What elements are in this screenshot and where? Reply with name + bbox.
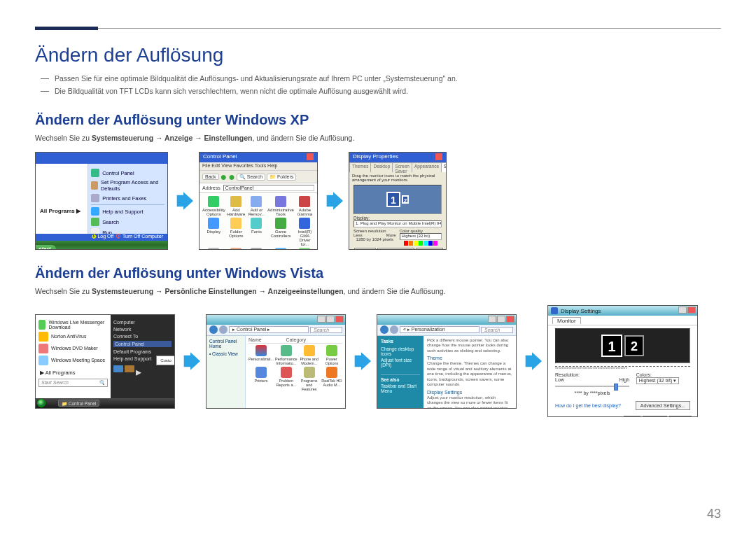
vista-taskbar[interactable]: 📁 Control Panel	[36, 398, 174, 408]
vista-all-programs[interactable]: ▶ All Programs	[38, 370, 108, 376]
cpl-item[interactable]: Power Options	[321, 345, 342, 365]
window-frame-top[interactable]	[206, 315, 345, 325]
window-frame-top[interactable]	[377, 315, 516, 325]
identify-button[interactable]: Identify	[354, 248, 376, 250]
cpl-item[interactable]: RealTek HD Audio M...	[321, 367, 342, 391]
vista-r-network[interactable]: Network	[113, 327, 172, 332]
cpl-item[interactable]: Problem Reports a...	[275, 367, 298, 391]
search-button[interactable]: 🔍 Search	[237, 174, 265, 181]
xp-cpl-toolbar[interactable]: Back ●● 🔍 Search 📁 Folders	[200, 171, 317, 183]
xp-taskbar[interactable]: start	[36, 241, 167, 249]
vista-start-item-2[interactable]: Windows DVD Maker	[38, 344, 108, 353]
theme-link[interactable]: Theme	[427, 356, 512, 360]
cpl-item[interactable]: Administrative Tools	[267, 196, 294, 216]
cpl-item[interactable]: Folder Options	[227, 218, 246, 246]
xp-monitor-preview[interactable]: 1 2	[354, 185, 442, 214]
cpl-home-link[interactable]: Control Panel Home	[209, 339, 242, 349]
advanced-settings-button[interactable]: Advanced Settings...	[636, 401, 690, 410]
tab-desktop[interactable]: Desktop	[370, 162, 393, 172]
back-icon[interactable]	[209, 325, 218, 334]
back-icon[interactable]	[380, 325, 388, 334]
tab-appearance[interactable]: Appearance	[412, 162, 442, 172]
cpl-item[interactable]: Add or Remov...	[247, 196, 266, 216]
monitor-1-icon[interactable]: 1	[386, 192, 400, 207]
cpl-item[interactable]: Add Hardware	[227, 196, 246, 216]
cpl-item[interactable]: Printers	[248, 367, 274, 391]
close-icon[interactable]	[506, 316, 514, 323]
minimize-icon[interactable]	[317, 316, 326, 323]
xp-cpl-addressbar[interactable]: Address ControlPanel	[200, 183, 317, 193]
monitor-2-icon[interactable]: 2	[402, 195, 409, 204]
apply-button[interactable]: Apply	[669, 416, 692, 417]
best-display-link[interactable]: How do I get the best display?	[555, 403, 621, 408]
cpl-item[interactable]: Game Controllers	[267, 218, 294, 246]
monitor-1-icon[interactable]: 1	[601, 335, 622, 357]
xp-start-item-0[interactable]: Set Program Access and Defaults	[91, 179, 164, 192]
vista-start-item-3[interactable]: Windows Meeting Space	[38, 356, 108, 365]
advanced-button[interactable]: Advanced	[416, 248, 443, 250]
forward-icon[interactable]	[219, 325, 227, 334]
xp-start-item-1[interactable]: Printers and Faxes	[91, 194, 164, 202]
close-icon[interactable]	[307, 153, 314, 160]
power-icon[interactable]	[113, 365, 123, 372]
xp-all-programs[interactable]: All Programs ▶	[40, 208, 80, 214]
tab-screensaver[interactable]: Screen Saver	[392, 162, 412, 172]
cancel-button[interactable]: Cancel	[643, 416, 668, 417]
xp-start-item-2[interactable]: Help and Support	[91, 207, 164, 216]
minimize-icon[interactable]	[678, 307, 687, 314]
display-settings-link[interactable]: Display Settings	[427, 390, 512, 395]
cpl-item[interactable]: Keyboard	[202, 248, 225, 250]
xp-cpl-titlebar[interactable]: Control Panel	[200, 153, 317, 162]
vista-r-default[interactable]: Default Programs	[113, 349, 172, 354]
cpl-item[interactable]: Mail	[227, 248, 246, 250]
xp-props-tabs[interactable]: Themes Desktop Screen Saver Appearance S…	[349, 162, 446, 172]
monitor-2-icon[interactable]: 2	[624, 335, 644, 356]
close-icon[interactable]	[435, 153, 442, 160]
vista-r-controlpanel[interactable]: Control Panel	[113, 341, 172, 347]
cpl-item[interactable]: Network Setup Wizard	[295, 248, 314, 250]
cpl-item[interactable]: Display	[202, 218, 225, 246]
close-icon[interactable]	[687, 307, 696, 314]
display-select[interactable]: 1. Plug and Play Monitor on Mobile Intel…	[354, 220, 442, 227]
xp-start-button[interactable]: start	[36, 245, 56, 250]
cpl-item[interactable]: Intel(R) GMA Driver for...	[295, 218, 314, 246]
ok-button[interactable]: OK	[624, 416, 640, 417]
xp-cpl-menubar[interactable]: File Edit View Favorites Tools Help	[200, 162, 317, 171]
maximize-icon[interactable]	[326, 316, 335, 323]
cpl-item[interactable]: Network Connections	[267, 248, 294, 250]
folders-button[interactable]: 📁 Folders	[267, 174, 296, 181]
display-settings-tabs[interactable]: Monitor	[548, 316, 697, 325]
color-select[interactable]: Highest (32 bit)	[400, 233, 442, 240]
cpl-classic-link[interactable]: • Classic View	[209, 351, 242, 356]
cpl-item[interactable]: Adobe Gamma	[295, 196, 314, 216]
vista-r-computer[interactable]: Computer	[113, 320, 172, 325]
xp-props-titlebar[interactable]: Display Properties	[349, 153, 446, 162]
adjust-font-size-link[interactable]: Adjust font size (DPI)	[381, 358, 420, 367]
breadcrumb[interactable]: « ▸ Personalization	[400, 326, 479, 333]
maximize-icon[interactable]	[497, 316, 505, 323]
cpl-item[interactable]: Personalizati...	[248, 345, 274, 365]
search-input[interactable]: Search	[310, 327, 342, 333]
cpl-item[interactable]: Programs and Features	[299, 367, 320, 391]
explorer-nav-bar[interactable]: ▸ Control Panel ▸ Search	[206, 325, 345, 336]
back-button[interactable]: Back	[202, 174, 219, 180]
cpl-item[interactable]: Phone and Modem...	[299, 345, 320, 365]
tab-monitor[interactable]: Monitor	[552, 317, 581, 324]
vista-monitor-preview[interactable]: 1 2	[555, 328, 690, 363]
explorer-nav-bar[interactable]: « ▸ Personalization Search	[377, 325, 516, 336]
display-settings-titlebar[interactable]: Display Settings	[548, 306, 697, 316]
cpl-item[interactable]: Mouse	[247, 248, 266, 250]
taskbar-link[interactable]: Taskbar and Start Menu	[381, 384, 420, 393]
lock-icon[interactable]	[125, 365, 134, 372]
breadcrumb[interactable]: ▸ Control Panel ▸	[229, 326, 309, 333]
change-desktop-icons-link[interactable]: Change desktop icons	[381, 346, 420, 356]
cpl-column-headers[interactable]: NameCategory	[248, 337, 342, 344]
minimize-icon[interactable]	[488, 316, 496, 323]
search-input[interactable]: Search	[481, 327, 513, 333]
cpl-item[interactable]: Fonts	[247, 218, 266, 246]
start-orb-icon[interactable]	[37, 399, 46, 407]
start-search-input[interactable]: Start Search🔍	[38, 379, 108, 387]
tab-themes[interactable]: Themes	[349, 162, 371, 172]
xp-start-item-3[interactable]: Search	[91, 218, 164, 226]
close-icon[interactable]	[335, 316, 344, 323]
